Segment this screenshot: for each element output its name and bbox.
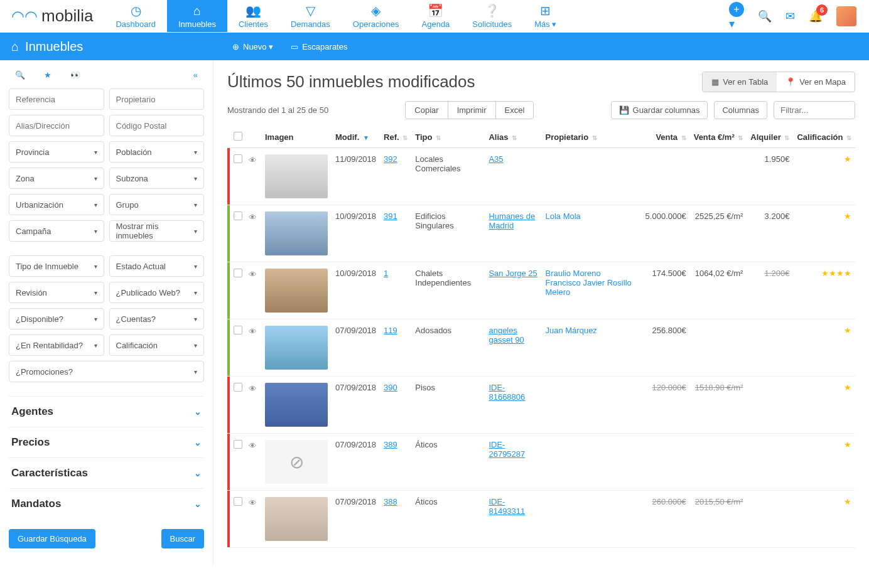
ref-link[interactable]: 392 — [384, 154, 397, 164]
row-checkbox[interactable] — [234, 154, 242, 163]
thumbnail[interactable]: ⊘ — [265, 440, 328, 484]
filter-poblaci-n[interactable]: Población — [109, 141, 205, 163]
col-prop[interactable]: Propietario ⇅ — [541, 127, 641, 148]
nav-solicitudes[interactable]: ❔Solicitudes — [461, 0, 523, 32]
eye-icon[interactable]: 👁 — [249, 498, 257, 508]
ref-link[interactable]: 391 — [384, 211, 397, 221]
ref-link[interactable]: 389 — [384, 440, 397, 449]
collapse-icon[interactable]: « — [193, 70, 198, 80]
prop-link[interactable]: Lola Mola — [545, 211, 580, 221]
avatar[interactable] — [836, 6, 856, 26]
alias-link[interactable]: IDE-81493311 — [488, 497, 525, 516]
thumbnail[interactable] — [265, 383, 328, 427]
filter-campa-a[interactable]: Campaña — [9, 220, 104, 242]
col-venta[interactable]: Venta ⇅ — [642, 127, 690, 148]
filter-zona[interactable]: Zona — [9, 168, 104, 189]
accordion-agentes[interactable]: Agentes⌄ — [9, 396, 204, 427]
filter-tipo-de-inmueble[interactable]: Tipo de Inmueble — [9, 255, 104, 277]
filter--cuentas-[interactable]: ¿Cuentas? — [109, 308, 205, 329]
filter-mostrar-mis-inmuebles[interactable]: Mostrar mis inmuebles — [109, 220, 205, 242]
cp-input[interactable] — [109, 115, 205, 136]
col-alquiler[interactable]: Alquiler ⇅ — [747, 127, 793, 148]
ref-link[interactable]: 388 — [384, 497, 397, 506]
buscar-button[interactable]: Buscar — [161, 529, 204, 548]
filter-urbanizaci-n[interactable]: Urbanización — [9, 194, 104, 215]
accordion-precios[interactable]: Precios⌄ — [9, 427, 204, 457]
filter-grupo[interactable]: Grupo — [109, 194, 205, 215]
thumbnail[interactable] — [265, 497, 328, 541]
logo[interactable]: ◠◠ mobilia — [0, 6, 104, 26]
eye-icon[interactable]: 👁 — [249, 213, 257, 222]
filter-calificaci-n[interactable]: Calificación — [109, 334, 205, 356]
eye-icon[interactable]: 👁 — [249, 384, 257, 393]
mail-icon[interactable]: ✉ — [785, 9, 795, 23]
nuevo-button[interactable]: ⊕ Nuevo ▾ — [232, 42, 273, 51]
col-ref[interactable]: Ref. ⇅ — [380, 127, 411, 148]
filter--en-rentabilidad-[interactable]: ¿En Rentabilidad? — [9, 334, 104, 356]
nav-agenda[interactable]: 📅Agenda — [411, 0, 461, 32]
row-checkbox[interactable] — [234, 269, 242, 277]
accordion-características[interactable]: Características⌄ — [9, 457, 204, 488]
nav-operaciones[interactable]: ◈Operaciones — [342, 0, 411, 32]
ref-link[interactable]: 390 — [384, 383, 397, 392]
alias-link[interactable]: San Jorge 25 — [488, 269, 537, 278]
nav-clientes[interactable]: 👥Clientes — [227, 0, 279, 32]
eye-icon[interactable]: 👁 — [249, 327, 257, 336]
prop-link[interactable]: Juan Márquez — [545, 326, 596, 335]
filter-subzona[interactable]: Subzona — [109, 168, 205, 189]
add-button[interactable]: +▾ — [729, 2, 744, 31]
escaparates-button[interactable]: ▭ Escaparates — [291, 42, 347, 51]
search-icon[interactable]: 🔍 — [758, 9, 772, 23]
propietario-input[interactable] — [109, 88, 205, 110]
guardar-columnas-button[interactable]: 💾 Guardar columnas — [611, 101, 708, 119]
alias-link[interactable]: Humanes de Madrid — [488, 211, 535, 230]
ref-link[interactable]: 119 — [384, 326, 397, 335]
filter--disponible-[interactable]: ¿Disponible? — [9, 308, 104, 329]
filter--publicado-web-[interactable]: ¿Publicado Web? — [109, 282, 205, 303]
nav-inmuebles[interactable]: ⌂Inmuebles — [167, 0, 227, 32]
copiar-button[interactable]: Copiar — [406, 102, 448, 119]
excel-button[interactable]: Excel — [496, 102, 534, 119]
thumbnail[interactable] — [265, 211, 328, 255]
ver-mapa-button[interactable]: 📍 Ver en Mapa — [777, 72, 855, 92]
row-checkbox[interactable] — [234, 383, 242, 392]
filter--promociones-[interactable]: ¿Promociones? — [9, 361, 204, 382]
nav-más ▾[interactable]: ⊞Más ▾ — [523, 0, 568, 32]
star-tab-icon[interactable]: ★ — [44, 70, 51, 80]
prop-link[interactable]: Braulio Moreno Francisco Javier Rosillo … — [545, 269, 631, 297]
alias-link[interactable]: A35 — [488, 154, 503, 164]
row-checkbox[interactable] — [234, 440, 242, 449]
nav-demandas[interactable]: ▽Demandas — [279, 0, 342, 32]
accordion-mandatos[interactable]: Mandatos⌄ — [9, 488, 204, 519]
filter-estado-actual[interactable]: Estado Actual — [109, 255, 205, 277]
thumbnail[interactable] — [265, 154, 328, 198]
alias-link[interactable]: IDE-26795287 — [488, 440, 525, 459]
imprimir-button[interactable]: Imprimir — [448, 102, 496, 119]
thumbnail[interactable] — [265, 269, 328, 313]
ver-tabla-button[interactable]: ▦ Ver en Tabla — [703, 72, 777, 92]
search-tab-icon[interactable]: 🔍 — [15, 70, 25, 80]
referencia-input[interactable] — [9, 88, 104, 110]
col-imagen[interactable]: Imagen — [261, 127, 332, 148]
binoculars-icon[interactable]: 👀 — [70, 70, 80, 80]
eye-icon[interactable]: 👁 — [249, 270, 257, 279]
select-all-checkbox[interactable] — [234, 132, 242, 141]
nav-dashboard[interactable]: ◷Dashboard — [104, 0, 167, 32]
filter-provincia[interactable]: Provincia — [9, 141, 104, 163]
col-calif[interactable]: Calificación ⇅ — [793, 127, 855, 148]
thumbnail[interactable] — [265, 326, 328, 370]
filter-revisi-n[interactable]: Revisión — [9, 282, 104, 303]
eye-icon[interactable]: 👁 — [249, 441, 257, 451]
row-checkbox[interactable] — [234, 326, 242, 334]
alias-link[interactable]: angeles gasset 90 — [488, 326, 524, 345]
row-checkbox[interactable] — [234, 497, 242, 506]
col-ventam2[interactable]: Venta €/m² ⇅ — [690, 127, 747, 148]
guardar-busqueda-button[interactable]: Guardar Búsqueda — [9, 529, 95, 548]
bell-icon[interactable]: 🔔6 — [809, 9, 823, 23]
col-alias[interactable]: Alias ⇅ — [485, 127, 541, 148]
columnas-button[interactable]: Columnas — [714, 101, 767, 119]
alias-input[interactable] — [9, 115, 104, 136]
row-checkbox[interactable] — [234, 211, 242, 220]
col-modif[interactable]: Modif. ▼ — [332, 127, 380, 148]
ref-link[interactable]: 1 — [384, 269, 388, 278]
